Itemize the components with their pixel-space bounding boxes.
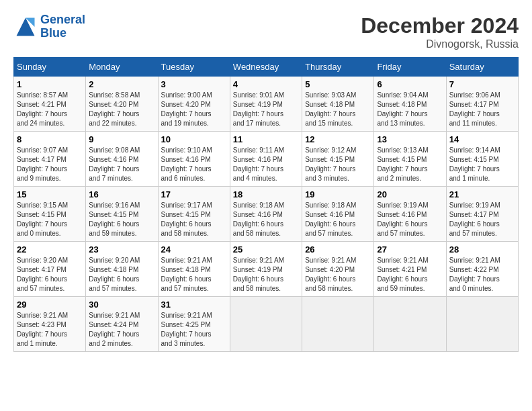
calendar-cell: 23Sunrise: 9:20 AM Sunset: 4:18 PM Dayli… <box>86 242 158 297</box>
calendar-cell: 21Sunrise: 9:19 AM Sunset: 4:17 PM Dayli… <box>446 187 518 242</box>
day-number: 7 <box>449 79 515 89</box>
calendar-cell: 6Sunrise: 9:04 AM Sunset: 4:18 PM Daylig… <box>374 77 446 132</box>
day-info: Sunrise: 9:21 AM Sunset: 4:19 PM Dayligh… <box>233 256 299 293</box>
day-info: Sunrise: 9:20 AM Sunset: 4:17 PM Dayligh… <box>17 256 83 293</box>
day-info: Sunrise: 9:21 AM Sunset: 4:22 PM Dayligh… <box>449 256 515 293</box>
calendar-cell: 8Sunrise: 9:07 AM Sunset: 4:17 PM Daylig… <box>14 132 86 187</box>
day-info: Sunrise: 9:12 AM Sunset: 4:15 PM Dayligh… <box>305 146 371 183</box>
day-number: 17 <box>161 189 227 199</box>
day-info: Sunrise: 9:21 AM Sunset: 4:25 PM Dayligh… <box>161 311 227 349</box>
logo: General Blue <box>13 13 85 40</box>
weekday-header-thursday: Thursday <box>302 58 374 77</box>
day-number: 22 <box>17 244 83 255</box>
calendar-cell: 22Sunrise: 9:20 AM Sunset: 4:17 PM Dayli… <box>14 242 86 297</box>
calendar-cell: 25Sunrise: 9:21 AM Sunset: 4:19 PM Dayli… <box>230 242 302 297</box>
calendar-week-4: 22Sunrise: 9:20 AM Sunset: 4:17 PM Dayli… <box>14 242 519 297</box>
calendar-cell: 17Sunrise: 9:17 AM Sunset: 4:15 PM Dayli… <box>158 187 230 242</box>
calendar-cell <box>230 297 302 352</box>
logo-line2: Blue <box>40 27 85 40</box>
calendar-cell <box>302 297 374 352</box>
day-info: Sunrise: 9:19 AM Sunset: 4:17 PM Dayligh… <box>449 201 515 238</box>
calendar-cell <box>374 297 446 352</box>
day-info: Sunrise: 9:21 AM Sunset: 4:23 PM Dayligh… <box>17 311 83 349</box>
day-info: Sunrise: 8:58 AM Sunset: 4:20 PM Dayligh… <box>89 91 154 128</box>
calendar-cell: 28Sunrise: 9:21 AM Sunset: 4:22 PM Dayli… <box>446 242 518 297</box>
calendar-body: 1Sunrise: 8:57 AM Sunset: 4:21 PM Daylig… <box>14 77 519 352</box>
calendar-cell: 9Sunrise: 9:08 AM Sunset: 4:16 PM Daylig… <box>86 132 158 187</box>
day-number: 8 <box>17 134 83 144</box>
day-info: Sunrise: 9:08 AM Sunset: 4:16 PM Dayligh… <box>89 146 154 183</box>
calendar-week-3: 15Sunrise: 9:15 AM Sunset: 4:15 PM Dayli… <box>14 187 519 242</box>
calendar-cell: 15Sunrise: 9:15 AM Sunset: 4:15 PM Dayli… <box>14 187 86 242</box>
day-number: 27 <box>377 244 443 255</box>
calendar-cell: 13Sunrise: 9:13 AM Sunset: 4:15 PM Dayli… <box>374 132 446 187</box>
calendar-week-1: 1Sunrise: 8:57 AM Sunset: 4:21 PM Daylig… <box>14 77 519 132</box>
logo-icon <box>13 15 38 39</box>
day-info: Sunrise: 9:03 AM Sunset: 4:18 PM Dayligh… <box>305 91 371 128</box>
weekday-header-wednesday: Wednesday <box>230 58 302 77</box>
day-number: 16 <box>89 189 154 199</box>
day-info: Sunrise: 9:07 AM Sunset: 4:17 PM Dayligh… <box>17 146 83 183</box>
day-info: Sunrise: 9:14 AM Sunset: 4:15 PM Dayligh… <box>449 146 515 183</box>
weekday-header: SundayMondayTuesdayWednesdayThursdayFrid… <box>14 58 519 77</box>
day-number: 28 <box>449 244 515 255</box>
calendar-cell: 7Sunrise: 9:06 AM Sunset: 4:17 PM Daylig… <box>446 77 518 132</box>
logo-text: General Blue <box>40 13 85 40</box>
day-info: Sunrise: 9:19 AM Sunset: 4:16 PM Dayligh… <box>377 201 443 238</box>
calendar-cell: 19Sunrise: 9:18 AM Sunset: 4:16 PM Dayli… <box>302 187 374 242</box>
day-info: Sunrise: 9:18 AM Sunset: 4:16 PM Dayligh… <box>233 201 299 238</box>
day-info: Sunrise: 8:57 AM Sunset: 4:21 PM Dayligh… <box>17 91 83 128</box>
day-info: Sunrise: 9:18 AM Sunset: 4:16 PM Dayligh… <box>305 201 371 238</box>
weekday-header-monday: Monday <box>86 58 158 77</box>
subtitle: Divnogorsk, Russia <box>361 38 519 50</box>
calendar-cell: 27Sunrise: 9:21 AM Sunset: 4:21 PM Dayli… <box>374 242 446 297</box>
weekday-header-sunday: Sunday <box>14 58 86 77</box>
day-info: Sunrise: 9:21 AM Sunset: 4:20 PM Dayligh… <box>305 256 371 293</box>
day-number: 19 <box>305 189 371 199</box>
day-number: 31 <box>161 300 227 310</box>
day-number: 21 <box>449 189 515 199</box>
calendar-cell: 16Sunrise: 9:16 AM Sunset: 4:15 PM Dayli… <box>86 187 158 242</box>
calendar-cell: 30Sunrise: 9:21 AM Sunset: 4:24 PM Dayli… <box>86 297 158 352</box>
day-number: 9 <box>89 134 154 144</box>
day-info: Sunrise: 9:01 AM Sunset: 4:19 PM Dayligh… <box>233 91 299 128</box>
calendar-cell: 24Sunrise: 9:21 AM Sunset: 4:18 PM Dayli… <box>158 242 230 297</box>
day-info: Sunrise: 9:13 AM Sunset: 4:15 PM Dayligh… <box>377 146 443 183</box>
calendar-cell: 11Sunrise: 9:11 AM Sunset: 4:16 PM Dayli… <box>230 132 302 187</box>
weekday-header-saturday: Saturday <box>446 58 518 77</box>
day-number: 24 <box>161 244 227 255</box>
day-number: 4 <box>233 79 299 89</box>
day-number: 2 <box>89 79 154 89</box>
day-info: Sunrise: 9:21 AM Sunset: 4:24 PM Dayligh… <box>89 311 154 349</box>
day-info: Sunrise: 9:00 AM Sunset: 4:20 PM Dayligh… <box>161 91 227 128</box>
calendar-cell: 1Sunrise: 8:57 AM Sunset: 4:21 PM Daylig… <box>14 77 86 132</box>
day-info: Sunrise: 9:15 AM Sunset: 4:15 PM Dayligh… <box>17 201 83 238</box>
weekday-header-tuesday: Tuesday <box>158 58 230 77</box>
calendar-cell: 14Sunrise: 9:14 AM Sunset: 4:15 PM Dayli… <box>446 132 518 187</box>
calendar-cell: 31Sunrise: 9:21 AM Sunset: 4:25 PM Dayli… <box>158 297 230 352</box>
day-number: 23 <box>89 244 154 255</box>
day-number: 30 <box>89 300 154 310</box>
day-number: 11 <box>233 134 299 144</box>
calendar-cell: 29Sunrise: 9:21 AM Sunset: 4:23 PM Dayli… <box>14 297 86 352</box>
day-number: 6 <box>377 79 443 89</box>
day-number: 3 <box>161 79 227 89</box>
calendar: SundayMondayTuesdayWednesdayThursdayFrid… <box>13 57 519 352</box>
calendar-cell: 10Sunrise: 9:10 AM Sunset: 4:16 PM Dayli… <box>158 132 230 187</box>
day-info: Sunrise: 9:04 AM Sunset: 4:18 PM Dayligh… <box>377 91 443 128</box>
day-number: 13 <box>377 134 443 144</box>
day-number: 18 <box>233 189 299 199</box>
calendar-week-2: 8Sunrise: 9:07 AM Sunset: 4:17 PM Daylig… <box>14 132 519 187</box>
day-number: 25 <box>233 244 299 255</box>
day-info: Sunrise: 9:20 AM Sunset: 4:18 PM Dayligh… <box>89 256 154 293</box>
calendar-cell: 4Sunrise: 9:01 AM Sunset: 4:19 PM Daylig… <box>230 77 302 132</box>
day-number: 29 <box>17 300 83 310</box>
calendar-cell: 5Sunrise: 9:03 AM Sunset: 4:18 PM Daylig… <box>302 77 374 132</box>
day-info: Sunrise: 9:16 AM Sunset: 4:15 PM Dayligh… <box>89 201 154 238</box>
day-info: Sunrise: 9:11 AM Sunset: 4:16 PM Dayligh… <box>233 146 299 183</box>
calendar-cell: 2Sunrise: 8:58 AM Sunset: 4:20 PM Daylig… <box>86 77 158 132</box>
calendar-cell: 12Sunrise: 9:12 AM Sunset: 4:15 PM Dayli… <box>302 132 374 187</box>
main-title: December 2024 <box>361 13 519 38</box>
day-number: 1 <box>17 79 83 89</box>
day-number: 5 <box>305 79 371 89</box>
